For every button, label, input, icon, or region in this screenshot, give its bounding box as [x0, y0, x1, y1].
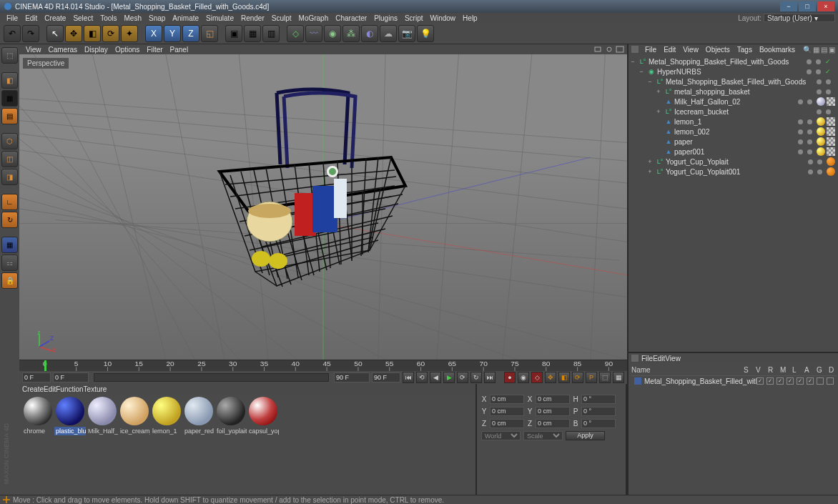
phong-tag-icon[interactable] — [827, 147, 835, 156]
rotate-tool[interactable]: ⟳ — [102, 25, 119, 42]
tweak-button[interactable]: ↻ — [1, 212, 18, 228]
visibility-editor-dot[interactable] — [817, 109, 822, 114]
pos-y-input[interactable] — [490, 407, 524, 416]
visibility-render-dot[interactable] — [807, 129, 812, 134]
material-item[interactable]: Milk_Half_ — [87, 397, 118, 435]
key-scale-button[interactable]: ◧ — [558, 372, 570, 383]
polygons-mode-button[interactable]: ◨ — [1, 169, 18, 185]
layer-flag-checkbox[interactable]: ✓ — [766, 377, 774, 385]
layer-item[interactable]: Metal_Shopping_Basket_Filled_with_Goods … — [631, 376, 837, 386]
tree-row[interactable]: −◉HyperNURBS✓ — [628, 66, 838, 76]
visibility-render-dot[interactable] — [816, 59, 821, 64]
deformer-button[interactable]: ◐ — [361, 25, 378, 42]
goto-start-button[interactable]: ⏮ — [403, 372, 414, 383]
rot-p-input[interactable] — [581, 407, 616, 416]
material-menu-function[interactable]: Function — [56, 385, 83, 393]
undo-button[interactable]: ↶ — [4, 25, 21, 42]
menu-mesh[interactable]: Mesh — [121, 14, 145, 22]
size-mode-dropdown[interactable]: Scale — [523, 431, 563, 440]
visibility-render-dot[interactable] — [807, 139, 812, 144]
tree-row[interactable]: ▲Milk_Half_Gallon_02 — [628, 97, 838, 107]
panel-close-icon[interactable]: ▣ — [829, 46, 835, 54]
window-minimize-button[interactable]: − — [780, 1, 797, 11]
tree-row[interactable]: ▲paper001 — [628, 147, 838, 157]
time-cursor[interactable] — [44, 360, 46, 371]
visibility-editor-dot[interactable] — [798, 149, 803, 154]
phong-tag-icon[interactable] — [827, 137, 835, 146]
layer-menu-edit[interactable]: Edit — [653, 355, 665, 362]
play-back-button[interactable]: ◀ — [430, 372, 441, 383]
visibility-render-dot[interactable] — [816, 69, 821, 74]
axis-z-lock[interactable]: Z — [182, 25, 199, 42]
visibility-render-dot[interactable] — [826, 109, 831, 114]
key-rot-button[interactable]: ⟳ — [572, 372, 583, 383]
menu-animate[interactable]: Animate — [169, 14, 202, 22]
goto-next-key-button[interactable]: ⟳ — [457, 372, 468, 383]
visibility-editor-dot[interactable] — [808, 169, 813, 174]
layer-flag-checkbox[interactable]: ✓ — [777, 377, 784, 385]
workplane-lock-button[interactable]: 🔒 — [1, 272, 18, 289]
viewport-lock-icon[interactable] — [605, 46, 613, 53]
visibility-render-dot[interactable] — [817, 169, 822, 174]
layer-flag-checkbox[interactable]: ✓ — [797, 377, 804, 385]
material-menu-create[interactable]: Create — [22, 385, 44, 393]
viewport-camera-icon[interactable] — [594, 46, 603, 53]
tree-row[interactable]: −L°Metal_Shopping_Basket_Filled_with_Goo… — [628, 56, 838, 66]
object-tree[interactable]: −L°Metal_Shopping_Basket_Filled_with_Goo… — [628, 54, 838, 352]
visibility-render-dot[interactable] — [807, 119, 812, 124]
pos-x-input[interactable] — [490, 395, 524, 404]
dopesheet-button[interactable]: ▦ — [613, 372, 624, 383]
phong-tag-icon[interactable] — [827, 117, 835, 126]
layer-flag-checkbox[interactable] — [827, 377, 834, 385]
menu-character[interactable]: Character — [332, 14, 370, 22]
menu-select[interactable]: Select — [69, 14, 97, 22]
viewport-maximize-icon[interactable] — [616, 46, 624, 53]
tree-expander[interactable] — [654, 98, 663, 105]
menu-help[interactable]: Help — [459, 14, 481, 22]
tree-row[interactable]: +L°Yogurt_Cup_Yoplait — [628, 157, 838, 167]
enabled-check-icon[interactable]: ✓ — [825, 68, 831, 75]
material-menu-edit[interactable]: Edit — [44, 385, 56, 393]
visibility-editor-dot[interactable] — [807, 59, 812, 64]
tree-expander[interactable] — [654, 148, 663, 155]
viewport-menu-view[interactable]: View — [22, 46, 45, 54]
panel-grip-icon[interactable] — [631, 46, 639, 53]
axis-x-lock[interactable]: X — [145, 25, 162, 42]
autokey-button[interactable]: ◉ — [518, 372, 529, 383]
texture-mode-button[interactable]: ▦ — [1, 90, 18, 107]
play-forward-button[interactable]: ▶ — [443, 372, 455, 383]
tree-row[interactable]: +L°Yogurt_Cup_Yoplait001 — [628, 167, 838, 177]
axis-tool-button[interactable]: ∟ — [1, 194, 18, 210]
menu-plugins[interactable]: Plugins — [370, 14, 401, 22]
time-ruler[interactable]: 051015202530354045505560657075808590 — [19, 360, 627, 371]
material-tag-icon[interactable] — [817, 127, 825, 136]
coord-system-button[interactable]: ◱ — [201, 25, 218, 42]
last-tool[interactable]: ✦ — [121, 25, 138, 42]
viewport-menu-display[interactable]: Display — [81, 46, 112, 54]
render-picture-button[interactable]: ▦ — [244, 25, 261, 42]
menu-mograph[interactable]: MoGraph — [295, 14, 332, 22]
visibility-editor-dot[interactable] — [798, 99, 803, 104]
phong-tag-icon[interactable] — [827, 127, 835, 136]
axis-y-lock[interactable]: Y — [164, 25, 181, 42]
light-button[interactable]: 💡 — [417, 25, 434, 42]
key-param-button[interactable]: P — [586, 372, 597, 383]
layer-color-swatch[interactable] — [634, 377, 641, 385]
menu-script[interactable]: Script — [401, 14, 427, 22]
tree-expander[interactable]: − — [637, 68, 646, 75]
pos-z-input[interactable] — [490, 419, 524, 428]
viewport-menu-panel[interactable]: Panel — [167, 46, 192, 54]
material-tag-icon[interactable] — [817, 117, 825, 126]
render-view-button[interactable]: ▣ — [225, 25, 242, 42]
model-mode-button[interactable]: ◧ — [1, 72, 18, 89]
keyframe-button[interactable]: ◇ — [531, 372, 543, 383]
scale-tool[interactable]: ◧ — [84, 25, 101, 42]
object-menu-file[interactable]: File — [641, 46, 660, 54]
material-item[interactable]: plastic_blu — [54, 397, 86, 435]
visibility-render-dot[interactable] — [826, 89, 831, 94]
material-item[interactable]: lemon_1 — [151, 397, 182, 435]
tree-expander[interactable] — [654, 118, 663, 125]
time-end-input[interactable] — [372, 372, 400, 382]
apply-button[interactable]: Apply — [566, 431, 605, 440]
tree-row[interactable]: ▲paper — [628, 137, 838, 147]
